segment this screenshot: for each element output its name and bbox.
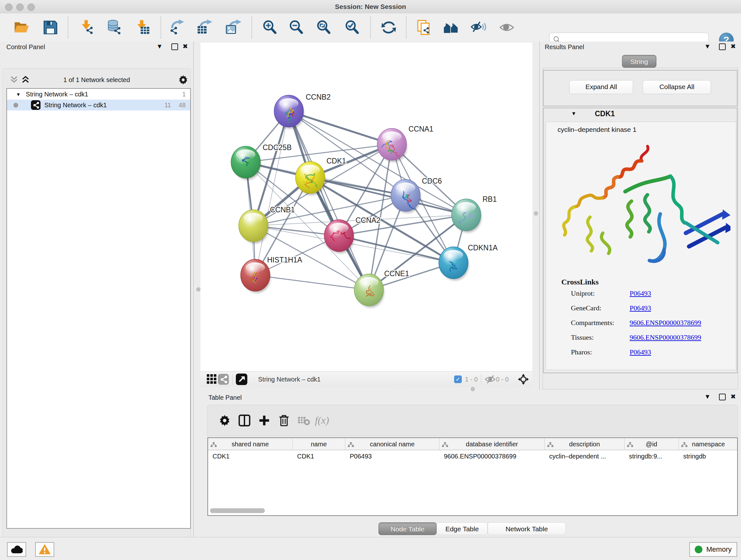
tree-expander-icon[interactable]: ▼	[16, 91, 21, 97]
table-cell[interactable]: CDK1	[208, 450, 293, 462]
network-node-ccnb2[interactable]: CCNB2	[274, 93, 331, 129]
network-edge[interactable]	[289, 111, 392, 144]
hide-panels-icon[interactable]	[470, 18, 488, 37]
expand-all-button[interactable]: Expand All	[569, 80, 633, 94]
fit-selected-icon[interactable]	[518, 374, 529, 385]
left-splitter-handle[interactable]	[196, 287, 200, 292]
show-all-panels-icon[interactable]	[442, 18, 460, 37]
right-splitter-handle[interactable]	[534, 211, 538, 215]
import-network-icon[interactable]	[78, 18, 96, 37]
crosslink-link[interactable]: 9606.ENSP00000378699	[630, 333, 701, 341]
birds-eye-view-icon[interactable]	[236, 374, 247, 385]
collapse-all-button[interactable]: Collapse All	[643, 80, 711, 94]
column-header[interactable]: namespace	[679, 438, 738, 450]
save-session-icon[interactable]	[42, 18, 59, 37]
node-label: CCNB2	[306, 93, 331, 101]
table-panel-collapse-icon[interactable]: ▼	[704, 393, 711, 400]
control-panel-float-icon[interactable]	[172, 44, 178, 50]
tab-network-table[interactable]: Network Table	[488, 522, 566, 535]
selected-checkbox[interactable]: ✓	[454, 375, 462, 383]
network-edge[interactable]	[255, 111, 289, 275]
network-badge-icon[interactable]	[218, 374, 229, 385]
table-settings-icon[interactable]	[215, 412, 234, 429]
network-collection-row[interactable]: ▼ String Network – cdk1 1	[7, 89, 190, 100]
tab-node-table[interactable]: Node Table	[379, 522, 436, 535]
column-header[interactable]: @id	[624, 438, 679, 450]
table-panel-float-icon[interactable]	[719, 394, 726, 400]
results-panel: Results Panel ▼ ✖ String Expand All Coll…	[539, 42, 741, 390]
show-panel-gray-icon[interactable]	[498, 18, 516, 37]
crosslink-label: Uniprot:	[571, 289, 595, 298]
table-cell[interactable]: CDK1	[293, 450, 345, 462]
tab-edge-table[interactable]: Edge Table	[436, 522, 488, 535]
divider	[481, 374, 481, 385]
network-label: String Network – cdk1	[44, 102, 107, 109]
warnings-button[interactable]	[35, 542, 54, 557]
network-node-ccnb1[interactable]: CCNB1	[239, 206, 295, 243]
network-row-selected[interactable]: String Network – cdk1 11 48	[7, 100, 190, 111]
export-network-icon[interactable]	[167, 18, 185, 37]
zoom-in-icon[interactable]	[261, 18, 279, 37]
main-toolbar: ?	[0, 13, 741, 42]
toolbar-separator	[252, 17, 252, 38]
table-cell[interactable]: 9606.ENSP00000378699	[440, 450, 545, 462]
crosslink-link[interactable]: 9606.ENSP00000378699	[630, 319, 701, 327]
network-type-icon	[31, 100, 41, 110]
delete-table-icon	[294, 412, 314, 429]
control-panel-collapse-icon[interactable]: ▼	[156, 43, 163, 50]
import-table-icon[interactable]	[133, 18, 151, 37]
window-title: Session: New Session	[0, 0, 741, 13]
column-header[interactable]: name	[293, 438, 345, 450]
network-canvas[interactable]: CCNB2CCNA1CDC25BCDK1CDC6RB1CCNB1CCNA2CDK…	[200, 43, 532, 371]
column-header-label: name	[293, 438, 345, 450]
results-panel-close-icon[interactable]: ✖	[731, 43, 736, 50]
node-label: CCNE1	[384, 269, 409, 278]
toolbar-separator	[370, 17, 371, 38]
column-header[interactable]: canonical name	[345, 438, 440, 450]
show-columns-icon[interactable]	[234, 412, 254, 429]
column-header[interactable]: shared name	[208, 438, 293, 450]
crosslink-link[interactable]: P06493	[630, 289, 651, 298]
zoom-out-icon[interactable]	[287, 18, 305, 37]
export-image-icon[interactable]	[224, 18, 242, 37]
network-node-hist1h1a[interactable]: HIST1H1A	[241, 256, 302, 293]
toolbar-separator	[160, 17, 161, 38]
table-cell[interactable]: cyclin–dependent ...	[545, 450, 624, 462]
network-edge[interactable]	[339, 236, 454, 263]
crosslink-row: Compartments:9606.ENSP00000378699	[546, 319, 737, 333]
memory-button[interactable]: Memory	[689, 542, 737, 557]
table-cell[interactable]: P06493	[345, 450, 440, 462]
network-node-rb1[interactable]: RB1	[452, 195, 497, 233]
tab-string[interactable]: String	[622, 55, 657, 68]
network-node-cdkn1a[interactable]: CDKN1A	[439, 244, 498, 280]
zoom-fit-icon[interactable]	[315, 18, 333, 37]
crosslink-link[interactable]: P06493	[630, 348, 651, 356]
column-header[interactable]: database identifier	[440, 438, 545, 450]
refresh-layout-icon[interactable]	[380, 18, 398, 37]
delete-column-icon[interactable]	[274, 412, 294, 429]
export-table-icon[interactable]	[195, 18, 213, 37]
table-panel-close-icon[interactable]: ✖	[731, 393, 736, 400]
horizontal-splitter-handle[interactable]	[471, 387, 475, 391]
clone-network-icon[interactable]	[415, 18, 433, 37]
crosslink-label: Compartments:	[571, 319, 614, 327]
table-cell[interactable]: stringdb	[679, 450, 738, 462]
results-panel-collapse-icon[interactable]: ▼	[704, 43, 711, 50]
column-header[interactable]: description	[545, 438, 624, 450]
network-options-gear-icon[interactable]	[178, 74, 189, 86]
grid-view-icon[interactable]	[206, 374, 218, 385]
import-database-icon[interactable]	[105, 18, 123, 37]
open-session-icon[interactable]	[13, 18, 30, 37]
horizontal-scrollbar-thumb[interactable]	[210, 508, 265, 513]
zoom-selected-icon[interactable]	[343, 18, 361, 37]
add-column-icon[interactable]	[254, 412, 274, 429]
control-panel-close-icon[interactable]: ✖	[183, 43, 188, 50]
node-label: CDC6	[422, 177, 442, 185]
network-edge[interactable]	[255, 275, 369, 290]
cloud-button[interactable]	[7, 542, 26, 557]
results-panel-float-icon[interactable]	[719, 44, 726, 50]
crosslink-link[interactable]: P06493	[630, 304, 651, 312]
node-table[interactable]: shared nameCDK1nameCDK1canonical nameP06…	[207, 437, 738, 516]
table-cell[interactable]: stringdb:9...	[624, 450, 679, 462]
protein-expander-icon[interactable]: ▼	[571, 111, 576, 117]
